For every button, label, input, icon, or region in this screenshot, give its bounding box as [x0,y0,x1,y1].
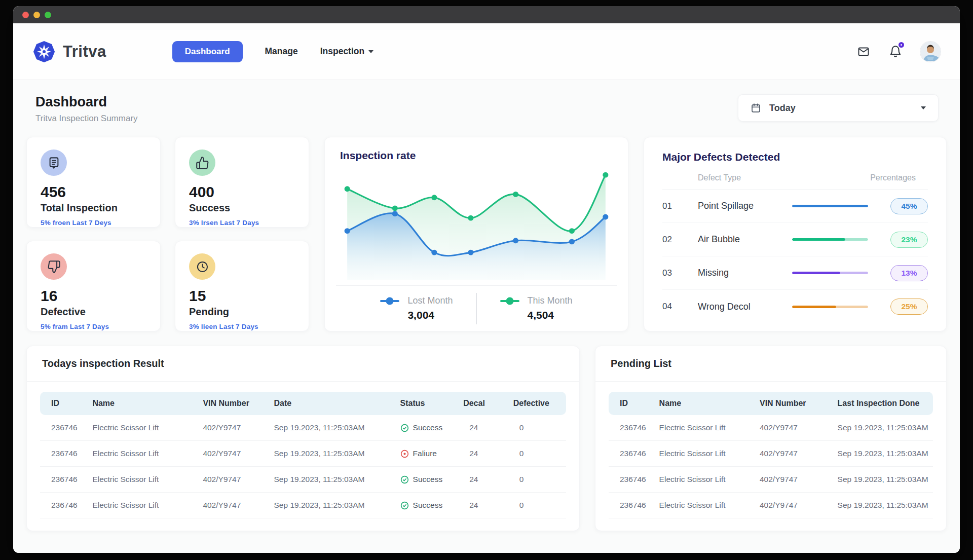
column-header-id: ID [40,392,87,415]
status-cell: Success [395,415,459,441]
table-cell: 236746 [609,441,654,467]
date-filter-dropdown[interactable]: Today [738,94,939,122]
legend-divider [476,293,477,324]
success-icon [400,501,409,510]
table-row[interactable]: 236746Electric Scissor Lift402/Y9747Sep … [609,415,933,441]
table-cell: 402/Y9747 [198,415,269,441]
table-cell: Electric Scissor Lift [87,467,198,493]
stat-value: 400 [189,183,295,201]
legend-marker-icon [380,300,399,302]
defect-percentage-badge: 13% [890,265,928,281]
nav-item-inspection[interactable]: Inspection [320,46,374,57]
pending-table-title: Pending List [595,346,946,382]
success-icon [400,475,409,484]
defect-percentage-badge: 45% [890,198,928,214]
status-label: Success [413,501,443,510]
table-row[interactable]: 236746Electric Scissor Lift402/Y9747Sep … [40,493,566,518]
defect-progress-bar [792,272,868,274]
stat-label: Success [189,202,295,214]
nav-item-manage[interactable]: Manage [265,46,298,57]
column-header-name: Name [654,392,755,415]
defects-column-headers: Defect Type Percentages [662,173,928,190]
defect-percentage-badge: 25% [890,298,928,315]
pending-list-card: Pending List IDNameVIN NumberLast Inspec… [595,346,947,531]
table-cell: Sep 19.2023, 11:25:03AM [833,441,933,467]
chevron-down-icon [368,50,373,53]
table-cell: 402/Y9747 [198,467,269,493]
chart-title: Inspection rate [336,150,617,162]
table-cell: Sep 19.2023, 11:25:03AM [269,493,395,518]
column-header-defective: Defective [508,392,566,415]
status-cell: Success [395,493,459,518]
minimize-window-button[interactable] [33,12,40,18]
stat-label: Total Inspection [41,202,146,214]
notification-badge [897,41,905,49]
failure-icon [400,450,409,458]
defect-number: 01 [662,201,698,211]
mail-icon[interactable] [856,46,871,58]
defect-rows: 01Point Spillage45%02Air Bubble23%03Miss… [662,190,928,323]
table-row[interactable]: 236746Electric Scissor Lift402/Y9747Sep … [40,441,566,467]
tables-section: Todays inspection Result IDNameVIN Numbe… [13,331,960,531]
table-cell: Electric Scissor Lift [87,415,198,441]
table-row[interactable]: 236746Electric Scissor Lift402/Y9747Sep … [609,467,933,493]
nav-links: Dashboard Manage Inspection [172,41,373,62]
table-cell: 402/Y9747 [755,441,833,467]
table-cell: 402/Y9747 [198,441,269,467]
top-navigation: Tritva Dashboard Manage Inspection [13,23,960,80]
stat-label: Defective [41,306,146,318]
maximize-window-button[interactable] [45,12,51,18]
app-content: Tritva Dashboard Manage Inspection [13,23,960,553]
table-cell: Electric Scissor Lift [654,467,755,493]
table-row[interactable]: 236746Electric Scissor Lift402/Y9747Sep … [609,441,933,467]
page-subtitle: Tritva Inspection Summary [35,114,138,124]
status-label: Faliure [413,449,437,458]
defect-name: Wrong Decol [698,302,790,312]
defect-number: 02 [662,235,698,245]
table-row[interactable]: 236746Electric Scissor Lift402/Y9747Sep … [609,493,933,518]
table-cell: Sep 19.2023, 11:25:03AM [269,467,395,493]
table-cell: 24 [458,415,508,441]
defect-name: Air Bubble [698,234,790,245]
table-cell: Electric Scissor Lift [654,415,755,441]
status-cell: Faliure [395,441,459,467]
table-cell: Sep 19.2023, 11:25:03AM [833,415,933,441]
bell-icon[interactable] [889,45,902,58]
table-cell: Electric Scissor Lift [87,493,198,518]
column-header-last-inspection-done: Last Inspection Done [833,392,933,415]
table-cell: Sep 19.2023, 11:25:03AM [833,493,933,518]
table-row[interactable]: 236746Electric Scissor Lift402/Y9747Sep … [40,467,566,493]
user-avatar[interactable] [920,42,941,62]
column-header-vin-number: VIN Number [198,392,269,415]
stat-card-defective: 16Defective5% fram Last 7 Days [26,241,161,331]
chart-legend: Lost Month3,004This Month4,504 [336,285,617,331]
table-cell: 0 [508,493,566,518]
table-row[interactable]: 236746Electric Scissor Lift402/Y9747Sep … [40,415,566,441]
legend-item-lost-month: Lost Month3,004 [380,295,453,321]
legend-series-total: 4,504 [528,309,573,321]
defects-title: Major Defects Detected [662,151,928,163]
nav-item-dashboard[interactable]: Dashboard [172,41,243,62]
close-window-button[interactable] [22,12,29,18]
table-cell: 0 [508,467,566,493]
table-cell: 402/Y9747 [755,467,833,493]
defect-progress-bar [792,238,868,241]
success-icon [400,424,409,432]
legend-series-total: 3,004 [407,309,453,321]
stat-card-total-inspection: 456Total Inspection5% froen Last 7 Deys [26,137,161,228]
status-cell: Success [395,467,459,493]
page-header: Dashboard Tritva Inspection Summary Toda… [13,80,960,126]
table-cell: 236746 [40,493,87,518]
column-header-status: Status [395,392,459,415]
table-cell: 402/Y9747 [198,493,269,518]
table-cell: 236746 [40,467,87,493]
brand-name: Tritva [63,43,106,61]
inspection-rate-card: Inspection rate Lost Month3,004This Mont… [324,137,628,331]
date-filter-value: Today [769,103,796,114]
stat-trend-text: 3% lieen Last 7 Days [189,323,295,330]
table-cell: Electric Scissor Lift [87,441,198,467]
nav-actions [856,42,941,62]
table-cell: 236746 [609,415,654,441]
table-cell: Sep 19.2023, 11:25:03AM [833,467,933,493]
column-header-id: ID [609,392,654,415]
